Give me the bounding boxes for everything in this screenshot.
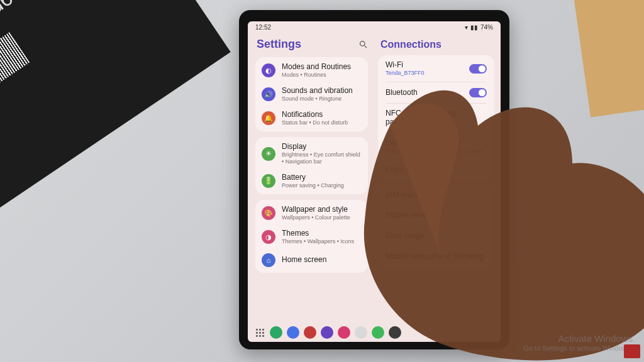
battery-icon: 🔋 bbox=[262, 174, 275, 188]
dock-app-0[interactable] bbox=[270, 326, 282, 339]
conn-item-data-usage[interactable]: Data usage bbox=[378, 226, 494, 246]
dock-app-6[interactable] bbox=[372, 326, 384, 339]
settings-pane: Settings ◐Modes and RoutinesModes • Rout… bbox=[248, 33, 374, 323]
wood-block bbox=[572, 0, 644, 118]
conn-item-ultra-wideband-uwb-[interactable]: Ultra-wideband (UWB)Precise identificati… bbox=[378, 133, 494, 160]
search-icon[interactable] bbox=[358, 40, 368, 49]
conn-title: NFC and contactless payments bbox=[386, 109, 487, 127]
status-right: ▾ ▮▮ 74% bbox=[465, 24, 493, 31]
conn-title: Ultra-wideband (UWB) bbox=[386, 139, 483, 148]
svg-line-1 bbox=[364, 45, 367, 48]
dock-app-3[interactable] bbox=[321, 326, 333, 339]
item-title: Battery bbox=[282, 173, 344, 182]
conn-item-flight-mode[interactable]: Flight mode bbox=[378, 160, 494, 180]
item-sub: Power saving • Charging bbox=[282, 182, 344, 189]
settings-group: ☀DisplayBrightness • Eye comfort shield … bbox=[255, 137, 368, 194]
settings-item-sounds-and-vibration[interactable]: 🔊Sounds and vibrationSound mode • Ringto… bbox=[255, 82, 368, 106]
modes-and-routines-icon: ◐ bbox=[262, 63, 275, 77]
item-sub: Status bar • Do not disturb bbox=[282, 119, 348, 126]
settings-item-home-screen[interactable]: ⌂Home screen bbox=[255, 249, 368, 272]
conn-title: Flight mode bbox=[386, 166, 425, 175]
watermark-line2: Go to Settings to activate Windows. bbox=[523, 344, 633, 353]
item-sub: Modes • Routines bbox=[282, 72, 351, 78]
bluetooth-toggle[interactable] bbox=[469, 88, 487, 97]
wallpaper-and-style-icon: 🎨 bbox=[262, 206, 275, 220]
conn-item-bluetooth[interactable]: Bluetooth bbox=[378, 82, 494, 103]
sounds-and-vibration-icon: 🔊 bbox=[262, 87, 275, 101]
svg-point-0 bbox=[360, 41, 365, 47]
connections-group: SIM managerMobile networksData usageMobi… bbox=[378, 185, 494, 267]
display-icon: ☀ bbox=[262, 147, 275, 161]
conn-title: Data usage bbox=[386, 232, 424, 241]
settings-item-modes-and-routines[interactable]: ◐Modes and RoutinesModes • Routines bbox=[255, 58, 368, 82]
item-title: Wallpaper and style bbox=[282, 206, 350, 214]
conn-item-wi-fi[interactable]: Wi-FiTenda_B73FF0 bbox=[378, 55, 494, 82]
dock-app-1[interactable] bbox=[287, 326, 299, 339]
connections-group: Wi-FiTenda_B73FF0BluetoothNFC and contac… bbox=[378, 55, 494, 180]
screen: 12:52 ▾ ▮▮ 74% Settings ◐Modes and Routi… bbox=[248, 21, 501, 342]
dock-app-7[interactable] bbox=[389, 326, 401, 339]
barcode bbox=[0, 32, 30, 129]
conn-title: SIM manager bbox=[386, 191, 431, 200]
settings-group: ◐Modes and RoutinesModes • Routines🔊Soun… bbox=[255, 57, 368, 131]
conn-title: Bluetooth bbox=[386, 89, 418, 97]
notifications-icon: 🔔 bbox=[262, 111, 275, 125]
product-box: Galaxy Z Fold6 bbox=[0, 0, 231, 228]
settings-header: Settings bbox=[257, 38, 368, 51]
activate-windows-watermark: Activate Windows Go to Settings to activ… bbox=[523, 333, 633, 354]
conn-title: Mobile networks bbox=[386, 211, 440, 220]
settings-title: Settings bbox=[257, 38, 301, 51]
conn-item-mobile-networks[interactable]: Mobile networks bbox=[378, 206, 494, 226]
conn-sub: Tenda_B73FF0 bbox=[386, 70, 425, 76]
settings-item-display[interactable]: ☀DisplayBrightness • Eye comfort shield … bbox=[255, 138, 368, 168]
settings-group: 🎨Wallpaper and styleWallpapers • Colour … bbox=[255, 200, 368, 273]
dock-app-4[interactable] bbox=[338, 326, 350, 339]
watermark-line1: Activate Windows bbox=[523, 333, 633, 345]
dock bbox=[248, 323, 501, 342]
settings-item-wallpaper-and-style[interactable]: 🎨Wallpaper and styleWallpapers • Colour … bbox=[255, 201, 368, 225]
apps-drawer-icon[interactable] bbox=[254, 327, 265, 338]
connections-pane: Connections Wi-FiTenda_B73FF0BluetoothNF… bbox=[374, 33, 501, 323]
item-title: Themes bbox=[282, 229, 354, 238]
device-frame: 12:52 ▾ ▮▮ 74% Settings ◐Modes and Routi… bbox=[239, 10, 509, 349]
settings-item-battery[interactable]: 🔋BatteryPower saving • Charging bbox=[255, 169, 368, 193]
conn-sub: Precise identification of device locatio… bbox=[386, 148, 483, 154]
dock-app-2[interactable] bbox=[304, 326, 316, 339]
item-title: Modes and Routines bbox=[282, 63, 351, 72]
item-sub: Wallpapers • Colour palette bbox=[282, 214, 350, 221]
conn-item-sim-manager[interactable]: SIM manager bbox=[378, 185, 494, 206]
signal-icon: ▮▮ bbox=[470, 24, 478, 31]
wi-fi-toggle[interactable] bbox=[469, 64, 487, 74]
settings-item-notifications[interactable]: 🔔NotificationsStatus bar • Do not distur… bbox=[255, 106, 368, 130]
status-time: 12:52 bbox=[255, 24, 271, 31]
item-sub: Sound mode • Ringtone bbox=[282, 96, 353, 102]
home-screen-icon: ⌂ bbox=[262, 253, 275, 267]
status-bar: 12:52 ▾ ▮▮ 74% bbox=[248, 21, 501, 33]
connections-title: Connections bbox=[380, 39, 494, 50]
conn-item-mobile-hotspot-and-tethering[interactable]: Mobile Hotspot and Tethering bbox=[378, 247, 494, 267]
wifi-icon: ▾ bbox=[465, 24, 468, 31]
item-title: Notifications bbox=[282, 111, 348, 119]
item-title: Sounds and vibration bbox=[282, 87, 353, 96]
conn-item-nfc-and-contactless-payments[interactable]: NFC and contactless payments bbox=[378, 104, 494, 133]
conn-title: Mobile Hotspot and Tethering bbox=[386, 253, 484, 261]
battery-text: 74% bbox=[480, 24, 493, 31]
item-sub: Brightness • Eye comfort shield • Naviga… bbox=[282, 151, 362, 165]
channel-logo bbox=[624, 344, 640, 358]
item-title: Home screen bbox=[282, 256, 326, 265]
dock-app-5[interactable] bbox=[355, 326, 367, 339]
themes-icon: ◑ bbox=[262, 230, 275, 244]
item-sub: Themes • Wallpapers • Icons bbox=[282, 238, 354, 244]
settings-item-themes[interactable]: ◑ThemesThemes • Wallpapers • Icons bbox=[255, 225, 368, 249]
conn-title: Wi-Fi bbox=[386, 61, 425, 70]
item-title: Display bbox=[282, 143, 362, 151]
